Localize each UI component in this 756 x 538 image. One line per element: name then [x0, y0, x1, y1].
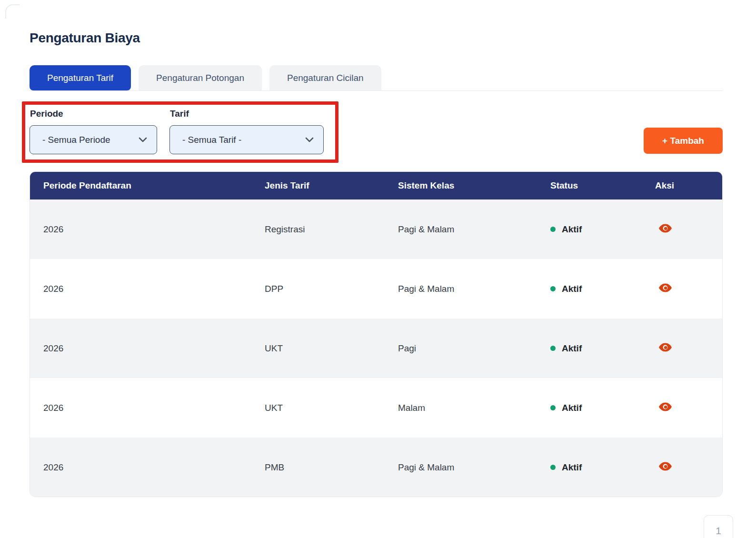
- tab-pengaturan-tarif[interactable]: Pengaturan Tarif: [30, 65, 131, 90]
- status-label: Aktif: [562, 403, 582, 413]
- periode-select[interactable]: - Semua Periode: [30, 125, 157, 154]
- status-label: Aktif: [562, 343, 582, 354]
- view-detail-button[interactable]: [659, 283, 672, 292]
- eye-icon: [659, 224, 672, 233]
- cell-periode: 2026: [30, 343, 265, 354]
- cell-jenis-tarif: UKT: [265, 343, 398, 354]
- cell-aksi: [655, 224, 722, 235]
- cell-status: Aktif: [550, 403, 655, 413]
- chevron-down-icon: [305, 137, 314, 142]
- cell-aksi: [655, 402, 722, 414]
- eye-icon: [659, 462, 672, 471]
- cell-jenis-tarif: DPP: [265, 284, 398, 294]
- cell-sistem-kelas: Pagi & Malam: [398, 284, 550, 294]
- cell-sistem-kelas: Pagi & Malam: [398, 462, 550, 473]
- cell-status: Aktif: [550, 343, 655, 354]
- card-corner-decoration: [5, 4, 20, 19]
- status-active-dot: [550, 405, 556, 410]
- cell-aksi: [655, 283, 722, 295]
- table-row: 2026 DPP Pagi & Malam Aktif: [30, 259, 722, 319]
- tab-label: Pengaturan Potongan: [156, 73, 244, 83]
- status-label: Aktif: [562, 462, 582, 473]
- column-header-aksi: Aksi: [655, 180, 722, 191]
- table-header-row: Periode Pendaftaran Jenis Tarif Sistem K…: [30, 172, 722, 199]
- tab-pengaturan-potongan[interactable]: Pengaturan Potongan: [139, 65, 262, 90]
- cell-sistem-kelas: Pagi: [398, 343, 550, 354]
- column-header-jenis-tarif: Jenis Tarif: [265, 180, 398, 191]
- tab-pengaturan-cicilan[interactable]: Pengaturan Cicilan: [269, 65, 381, 90]
- cell-status: Aktif: [550, 462, 655, 473]
- cell-status: Aktif: [550, 224, 655, 235]
- cell-aksi: [655, 343, 722, 354]
- cell-jenis-tarif: UKT: [265, 403, 398, 413]
- status-active-dot: [550, 465, 556, 470]
- cell-aksi: [655, 462, 722, 473]
- periode-select-value: - Semua Periode: [42, 135, 133, 145]
- table-row: 2026 UKT Malam Aktif: [30, 378, 722, 438]
- chevron-down-icon: [139, 137, 147, 142]
- cell-status: Aktif: [550, 284, 655, 294]
- cell-jenis-tarif: PMB: [265, 462, 398, 473]
- table-row: 2026 PMB Pagi & Malam Aktif: [30, 438, 722, 497]
- eye-icon: [659, 283, 672, 292]
- cell-periode: 2026: [30, 284, 265, 294]
- cell-sistem-kelas: Malam: [398, 403, 550, 413]
- view-detail-button[interactable]: [659, 224, 672, 233]
- eye-icon: [659, 402, 672, 411]
- pagination-page-1[interactable]: 1: [704, 515, 733, 538]
- tarif-select-value: - Semua Tarif -: [182, 135, 299, 145]
- table-row: 2026 Registrasi Pagi & Malam Aktif: [30, 199, 722, 259]
- cell-periode: 2026: [30, 462, 265, 473]
- page-title: Pengaturan Biaya: [30, 30, 140, 46]
- tarif-table: Periode Pendaftaran Jenis Tarif Sistem K…: [30, 171, 723, 497]
- view-detail-button[interactable]: [659, 402, 672, 411]
- status-label: Aktif: [562, 284, 582, 294]
- status-active-dot: [550, 286, 556, 291]
- view-detail-button[interactable]: [659, 462, 672, 471]
- status-active-dot: [550, 346, 556, 351]
- tambah-button[interactable]: + Tambah: [644, 128, 723, 154]
- status-label: Aktif: [562, 224, 582, 235]
- tab-label: Pengaturan Tarif: [47, 73, 113, 83]
- cell-periode: 2026: [30, 403, 265, 413]
- cell-periode: 2026: [30, 224, 265, 235]
- tarif-filter-label: Tarif: [170, 109, 189, 119]
- tab-bar: Pengaturan Tarif Pengaturan Potongan Pen…: [30, 65, 723, 91]
- column-header-sistem-kelas: Sistem Kelas: [398, 180, 550, 191]
- column-header-status: Status: [550, 180, 655, 191]
- view-detail-button[interactable]: [659, 343, 672, 352]
- tarif-select[interactable]: - Semua Tarif -: [169, 125, 324, 154]
- cell-jenis-tarif: Registrasi: [265, 224, 398, 235]
- eye-icon: [659, 343, 672, 352]
- periode-filter-label: Periode: [30, 109, 63, 119]
- tab-label: Pengaturan Cicilan: [287, 73, 364, 83]
- cell-sistem-kelas: Pagi & Malam: [398, 224, 550, 235]
- status-active-dot: [550, 227, 556, 232]
- table-row: 2026 UKT Pagi Aktif: [30, 319, 722, 378]
- column-header-periode-pendaftaran: Periode Pendaftaran: [30, 180, 265, 191]
